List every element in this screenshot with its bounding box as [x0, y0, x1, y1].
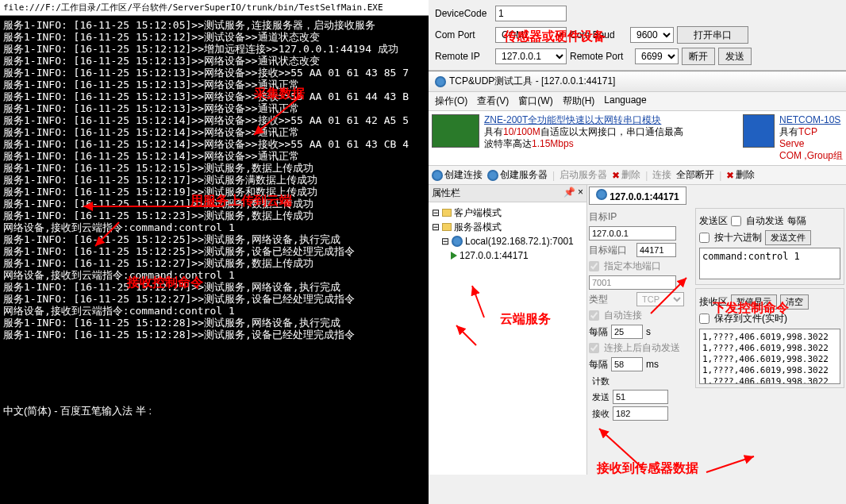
remote-ip-label: Remote IP: [435, 51, 492, 62]
com-port-select[interactable]: COM1: [495, 27, 567, 43]
console-line: 服务1-INFO: [16-11-25 15:12:27]>>测试服务,网络设备…: [3, 281, 425, 293]
recv-area-label: 接收区: [699, 295, 728, 309]
console-line: 网络设备,接收到云端指令:command:control 1: [3, 269, 425, 281]
console-line: 服务1-INFO: [16-11-25 15:12:15]>>测试服务,数据上传…: [3, 162, 425, 174]
console-line: 网络设备,接收到云端指令:command:control 1: [3, 221, 425, 233]
tree-panel: 属性栏 📌 × ⊟ 客户端模式 ⊟ 服务器模式 ⊟ Local(192.168.…: [429, 185, 587, 475]
console-line: 服务1-INFO: [16-11-25 15:12:17]>>测试服务满数据上传…: [3, 174, 425, 186]
console-line: 服务1-INFO: [16-11-25 15:12:12]>>增加远程连接>>1…: [3, 43, 425, 55]
target-port-label: 目标端口: [589, 244, 633, 257]
remote-port-select[interactable]: 6699: [635, 48, 679, 64]
com-baud-select[interactable]: 9600: [630, 27, 674, 43]
bind-local-label: 指定本地端口: [604, 260, 661, 273]
tb-delete-2[interactable]: ✖删除: [726, 168, 755, 182]
send-count: [613, 390, 668, 404]
interval2-input[interactable]: [611, 357, 643, 371]
promo-text-2: NETCOM-10S 具有TCP Serve COM ,Group组: [779, 114, 843, 162]
console-line: 服务1-INFO: [16-11-25 15:12:14]>>网络设备>>通讯正…: [3, 126, 425, 138]
console-line: 服务1-INFO: [16-11-25 15:12:28]>>测试服务,网络设备…: [3, 317, 425, 329]
menu-operate[interactable]: 操作(O): [435, 94, 467, 108]
device-code-input[interactable]: [495, 6, 567, 21]
promo-image-1: [432, 114, 479, 148]
app-icon: [435, 76, 446, 87]
promo-image-2: [743, 114, 775, 148]
right-panel: DeviceCode Com Port COM1 Com Baud 9600 打…: [429, 0, 846, 504]
save-file-check[interactable]: [699, 314, 709, 324]
tb-disconn-all[interactable]: 全部断开: [676, 168, 714, 182]
menu-language[interactable]: Language: [604, 94, 646, 108]
bind-local-input: [589, 275, 676, 290]
console-line: 服务1-INFO: [16-11-25 15:12:19]>>测试服务和数据上传…: [3, 186, 425, 198]
globe-icon: [432, 170, 443, 181]
console-line: 服务1-INFO: [16-11-25 15:12:21]>>测试服务,数据上传…: [3, 198, 425, 210]
address-bar: file:///F:/工作目录/工作区/平台软件/ServerSuperIO/t…: [0, 0, 429, 16]
interval1-input[interactable]: [611, 325, 643, 339]
console-line: 服务1-INFO: [16-11-25 15:12:13]>>网络设备>>通讯状…: [3, 55, 425, 67]
console-line: 服务1-INFO: [16-11-25 15:12:13]>>网络设备>>通讯正…: [3, 102, 425, 114]
recv-line: 1,????,406.6019,998.3022: [702, 343, 837, 354]
tb-create-srv[interactable]: 创建服务器: [487, 168, 548, 182]
pause-button[interactable]: 暂停显示: [731, 294, 777, 310]
console-line: 服务1-INFO: [16-11-25 15:12:23]>>测试服务,数据上传…: [3, 210, 425, 221]
tb-connect[interactable]: 连接: [652, 168, 671, 182]
com-port-label: Com Port: [435, 29, 492, 40]
console-line: 服务1-INFO: [16-11-25 15:12:05]>>测试服务,连接服务…: [3, 19, 425, 31]
console-line: 服务1-INFO: [16-11-25 15:12:27]>>测试服务,数据上传…: [3, 257, 425, 269]
open-serial-button[interactable]: 打开串口: [677, 26, 748, 44]
tree-pin-icon[interactable]: 📌 ×: [563, 187, 583, 200]
remote-ip-select[interactable]: 127.0.0.1: [495, 48, 567, 64]
auto-send-conn-check: [589, 343, 599, 353]
promo-link-2[interactable]: NETCOM-10S: [779, 114, 840, 125]
tb-start-srv[interactable]: 启动服务器: [560, 168, 607, 182]
console-line: 服务1-INFO: [16-11-25 15:12:13]>>网络设备>>通讯正…: [3, 79, 425, 90]
recv-fieldset: 接收区 暂停显示 清空 保存到文件(实时) 1,????,406.6019,99…: [695, 288, 844, 388]
tab-icon: [596, 189, 607, 200]
console-line: 服务1-INFO: [16-11-25 15:12:14]>>网络设备>>通讯正…: [3, 150, 425, 162]
tb-create-conn[interactable]: 创建连接: [432, 168, 483, 182]
recv-line: 1,????,406.6019,998.3022: [702, 332, 837, 343]
connection-tab[interactable]: 127.0.0.1:44171: [589, 187, 686, 205]
auto-conn-label: 自动连接: [604, 309, 642, 322]
tree-connection-node[interactable]: 127.0.0.1:44171: [432, 248, 583, 263]
count-area: 计数 发送 接收: [589, 374, 692, 425]
send-textbox[interactable]: command:control 1: [699, 248, 840, 279]
send-file-button[interactable]: 发送文件: [765, 230, 811, 245]
folder-icon: [442, 223, 452, 231]
console-line: 服务1-INFO: [16-11-25 15:12:14]>>网络设备>>接收>…: [3, 114, 425, 126]
tree-body: ⊟ 客户端模式 ⊟ 服务器模式 ⊟ Local(192.168.72.1):70…: [429, 202, 586, 266]
ime-status: 中文(简体) - 百度五笔输入法 半 :: [3, 404, 152, 418]
promo-link[interactable]: ZNE-200T全功能型快速以太网转串口模块: [484, 114, 661, 125]
tree-local-node[interactable]: ⊟ Local(192.168.72.1):7001: [432, 234, 583, 248]
tree-server-mode[interactable]: ⊟ 服务器模式: [432, 220, 583, 234]
menu-view[interactable]: 查看(V): [477, 94, 509, 108]
auto-send-check[interactable]: [731, 216, 741, 226]
send-area-label: 发送区: [699, 214, 728, 228]
recv-line: 1,????,406.6019,998.3022: [702, 365, 837, 376]
clear-button[interactable]: 清空: [780, 294, 809, 310]
console-line: 服务1-INFO: [16-11-25 15:12:14]>>网络设备>>接收>…: [3, 138, 425, 150]
device-code-label: DeviceCode: [435, 8, 492, 19]
tcp-body: 属性栏 📌 × ⊟ 客户端模式 ⊟ 服务器模式 ⊟ Local(192.168.…: [429, 185, 846, 475]
menu-window[interactable]: 窗口(W): [518, 94, 552, 108]
promo-banner: ZNE-200T全功能型快速以太网转串口模块 具有10/100M自适应以太网接口…: [429, 111, 846, 166]
console-line: 服务1-INFO: [16-11-25 15:12:28]>>测试服务,设备已经…: [3, 329, 425, 340]
recv-count: [613, 406, 668, 421]
tb-delete[interactable]: ✖删除: [612, 168, 640, 182]
auto-send-conn-label: 连接上后自动发送: [604, 341, 680, 355]
recv-line: 1,????,406.6019,998.3022: [702, 354, 837, 365]
target-ip-input[interactable]: [589, 226, 676, 240]
tree-client-mode[interactable]: ⊟ 客户端模式: [432, 206, 583, 220]
tcp-title-bar: TCP&UDP测试工具 - [127.0.0.1:44171]: [429, 71, 846, 92]
connection-config: 127.0.0.1:44171 目标IP 目标端口 指定本地端口 类型TCP 自…: [587, 185, 846, 475]
type-label: 类型: [589, 293, 633, 306]
recv-textbox: 1,????,406.6019,998.30221,????,406.6019,…: [699, 329, 840, 384]
target-port-input[interactable]: [636, 243, 676, 257]
send-button[interactable]: 发送: [718, 48, 752, 65]
tcp-toolbar: 创建连接 创建服务器 | 启动服务器 ✖删除 | 连接 全部断开 | ✖删除: [429, 166, 846, 185]
menu-help[interactable]: 帮助(H): [563, 94, 595, 108]
hex-send-check[interactable]: [699, 233, 709, 243]
disconnect-button[interactable]: 断开: [682, 48, 715, 65]
console-line: 服务1-INFO: [16-11-25 15:12:12]>>测试设备>>通道状…: [3, 31, 425, 43]
remote-port-label: Remote Port: [570, 51, 632, 62]
tcp-udp-tool-window: TCP&UDP测试工具 - [127.0.0.1:44171] 操作(O) 查看…: [429, 71, 846, 475]
